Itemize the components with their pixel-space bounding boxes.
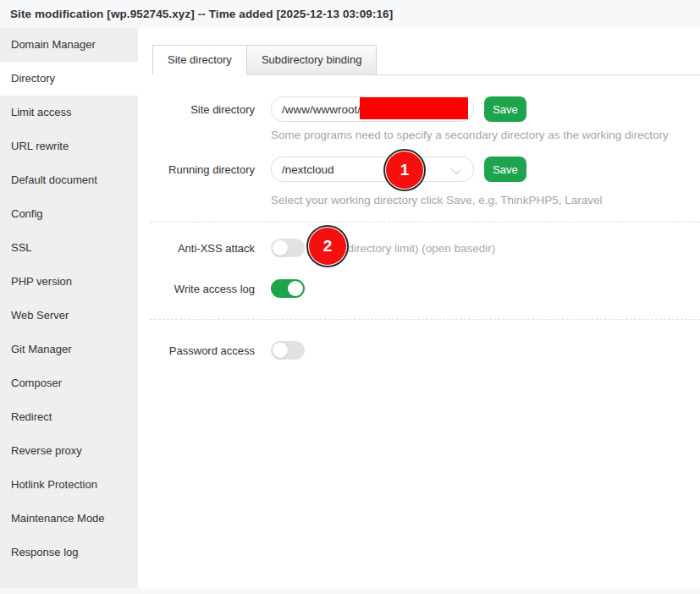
site-directory-row: Site directory Save (138, 96, 526, 122)
sidebar-item-maintenance-mode[interactable]: Maintenance Mode (0, 502, 138, 536)
write-access-log-label: Write access log (138, 283, 255, 295)
window-bottom-edge (0, 588, 700, 594)
toggle-knob (273, 240, 288, 256)
sidebar-item-config[interactable]: Config (0, 197, 138, 231)
directory-panel: Site directory Subdirectory binding Site… (138, 28, 700, 594)
annotation-badge-2: 2 (309, 228, 346, 265)
site-modification-window: Site modification [wp.952745.xyz] -- Tim… (0, 0, 700, 594)
write-access-log-toggle[interactable] (271, 279, 305, 298)
annotation-badge-1: 1 (386, 151, 423, 189)
window-title: Site modification [wp.952745.xyz] -- Tim… (10, 8, 393, 20)
redaction-overlay (360, 97, 468, 119)
anti-xss-note: (directory limit) (open basedir) (344, 242, 495, 255)
sidebar-item-domain-manager[interactable]: Domain Manager (0, 28, 138, 62)
site-directory-helper-text: Some programs need to specify a secondar… (271, 129, 669, 141)
site-directory-label: Site directory (138, 103, 255, 116)
sidebar-item-hotlink-protection[interactable]: Hotlink Protection (0, 468, 138, 502)
sidebar-item-directory[interactable]: Directory (0, 62, 138, 96)
running-directory-value: /nextcloud (282, 163, 334, 176)
toggle-knob (288, 281, 303, 296)
password-access-toggle[interactable] (271, 341, 305, 360)
password-access-label: Password access (138, 344, 255, 357)
tab-subdirectory-binding[interactable]: Subdirectory binding (246, 45, 378, 75)
sidebar-item-default-document[interactable]: Default document (0, 163, 138, 197)
running-directory-helper-text: Select your working directory click Save… (271, 194, 602, 206)
write-access-log-row: Write access log (138, 279, 305, 298)
anti-xss-toggle[interactable] (271, 239, 305, 257)
sidebar-item-limit-access[interactable]: Limit access (0, 96, 138, 129)
section-divider (150, 319, 700, 320)
sidebar-item-web-server[interactable]: Web Server (0, 299, 138, 333)
anti-xss-label: Anti-XSS attack (138, 242, 255, 255)
sidebar-item-url-rewrite[interactable]: URL rewrite (0, 129, 138, 163)
running-directory-save-button[interactable]: Save (484, 157, 526, 182)
password-access-row: Password access (138, 341, 305, 360)
tab-site-directory[interactable]: Site directory (152, 45, 247, 75)
sidebar-item-composer[interactable]: Composer (0, 366, 138, 400)
sidebar-item-redirect[interactable]: Redirect (0, 400, 138, 434)
running-directory-row: Running directory /nextcloud Save (138, 157, 526, 182)
sidebar-item-php-version[interactable]: PHP version (0, 265, 138, 299)
site-directory-save-button[interactable]: Save (484, 96, 526, 122)
toggle-knob (273, 343, 288, 358)
running-directory-select[interactable]: /nextcloud (271, 157, 474, 182)
sidebar-item-ssl[interactable]: SSL (0, 231, 138, 265)
chevron-down-icon (451, 165, 460, 174)
sidebar-item-git-manager[interactable]: Git Manager (0, 333, 138, 366)
directory-tabs: Site directory Subdirectory binding (152, 44, 700, 75)
section-divider (150, 222, 700, 223)
sidebar-item-reverse-proxy[interactable]: Reverse proxy (0, 434, 138, 468)
sidebar-item-response-log[interactable]: Response log (0, 536, 138, 569)
settings-sidebar: Domain Manager Directory Limit access UR… (0, 28, 138, 594)
window-titlebar: Site modification [wp.952745.xyz] -- Tim… (0, 0, 700, 28)
running-directory-label: Running directory (138, 163, 255, 176)
